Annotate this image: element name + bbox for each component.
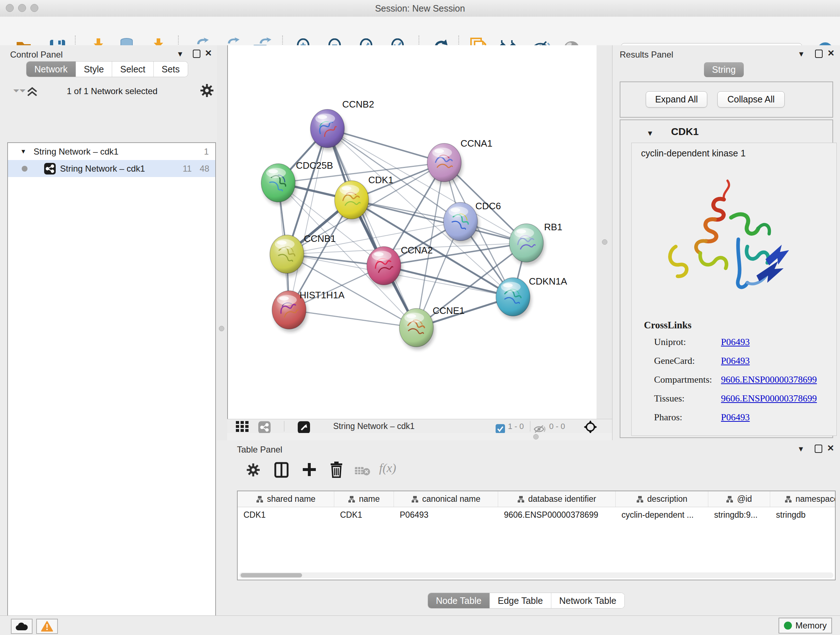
results-panel: Results Panel ▼ ✕ String Expand All Coll… <box>612 45 840 440</box>
crosslink-row: Uniprot:P06493 <box>654 337 750 348</box>
network-node[interactable] <box>261 164 297 205</box>
expand-all-button[interactable]: Expand All <box>646 91 707 108</box>
network-view-canvas[interactable]: CCNB2CCNA1CDC25BCDK1CDC6RB1CCNB1CCNA2CDK… <box>227 45 597 419</box>
show-columns-icon[interactable] <box>274 462 289 478</box>
delete-column-trash-icon[interactable] <box>329 461 344 478</box>
node-table[interactable]: shared namenamecanonical namedatabase id… <box>237 491 836 580</box>
gene-expander-icon[interactable]: ▼ <box>646 128 654 138</box>
table-panel: Table Panel ▼ ✕ <box>227 440 840 616</box>
network-edge[interactable] <box>289 128 327 310</box>
collection-label: String Network – cdk1 <box>34 147 118 157</box>
network-node[interactable] <box>427 143 463 185</box>
crosslink-value-link[interactable]: P06493 <box>721 356 750 366</box>
collapse-all-networks-icon[interactable] <box>26 86 38 97</box>
cloud-status-button[interactable] <box>11 619 33 634</box>
collection-expander-icon[interactable]: ▼ <box>20 148 27 155</box>
memory-label: Memory <box>796 621 827 631</box>
hidden-counts: 0 - 0 <box>549 419 565 433</box>
panel-menu-icon[interactable]: ▼ <box>177 49 184 59</box>
tab-string[interactable]: String <box>704 62 744 77</box>
network-node[interactable] <box>310 109 346 150</box>
network-share-view-icon[interactable] <box>258 420 271 434</box>
float-panel-icon[interactable] <box>193 50 201 58</box>
splitter-handle[interactable] <box>219 326 224 331</box>
network-label: String Network – cdk1 <box>60 164 145 174</box>
node-label: CCNA2 <box>401 245 433 256</box>
crosslink-value-link[interactable]: P06493 <box>721 412 750 423</box>
tab-network[interactable]: Network <box>27 62 76 77</box>
crosslink-value-link[interactable]: P06493 <box>721 337 750 347</box>
tab-node-table[interactable]: Node Table <box>428 593 490 608</box>
tab-sets[interactable]: Sets <box>154 62 188 77</box>
network-node[interactable] <box>509 224 545 265</box>
column-header-description[interactable]: description <box>616 491 708 507</box>
close-panel-icon[interactable]: ✕ <box>827 443 834 453</box>
create-column-plus-icon[interactable] <box>302 462 317 477</box>
table-cell: stringdb:9... <box>708 510 770 520</box>
gene-section-box: ▼ CDK1 cyclin-dependent kinase 1 <box>620 119 833 438</box>
table-row[interactable]: CDK1CDK1P064939606.ENSP00000378699cyclin… <box>238 507 835 523</box>
function-builder-icon-disabled: f(x) <box>379 461 396 475</box>
column-header-label: shared name <box>267 494 316 504</box>
birds-eye-view-icon[interactable] <box>298 420 310 434</box>
network-node[interactable] <box>496 278 531 319</box>
tab-network-table[interactable]: Network Table <box>551 593 624 608</box>
table-header-row: shared namenamecanonical namedatabase id… <box>238 491 835 507</box>
horizontal-scrollbar[interactable] <box>239 572 834 578</box>
network-row-selected[interactable]: String Network – cdk1 11 48 <box>8 160 215 177</box>
column-header--id[interactable]: @id <box>708 491 770 507</box>
scrollbar-thumb[interactable] <box>240 573 302 578</box>
network-edge[interactable] <box>384 266 513 297</box>
float-panel-icon[interactable] <box>815 50 823 58</box>
crosslink-label: GeneCard: <box>654 356 721 366</box>
panel-menu-icon[interactable]: ▼ <box>797 444 805 454</box>
column-header-label: database identifier <box>528 494 596 504</box>
network-node[interactable] <box>270 235 305 276</box>
warnings-button[interactable] <box>36 619 58 634</box>
crosslink-value-link[interactable]: 9606.ENSP00000378699 <box>721 374 817 385</box>
panel-splitter-right[interactable] <box>597 45 612 440</box>
collapse-all-button[interactable]: Collapse All <box>717 91 785 108</box>
splitter-handle[interactable] <box>533 434 538 440</box>
panel-menu-icon[interactable]: ▼ <box>798 49 805 59</box>
network-collection-row[interactable]: ▼ String Network – cdk1 1 <box>8 143 215 160</box>
cloud-icon <box>15 622 28 631</box>
fit-selected-crosshair-icon[interactable] <box>584 420 597 434</box>
title-bar: Session: New Session <box>0 0 840 17</box>
tab-select[interactable]: Select <box>112 62 153 77</box>
tab-edge-table[interactable]: Edge Table <box>490 593 551 608</box>
status-bar: Memory <box>0 616 840 635</box>
warning-triangle-icon <box>41 621 53 632</box>
column-header-shared-name[interactable]: shared name <box>238 491 334 507</box>
close-panel-icon[interactable]: ✕ <box>205 48 212 58</box>
table-cell: CDK1 <box>334 510 394 520</box>
memory-status-dot-icon <box>784 622 792 630</box>
column-header-name[interactable]: name <box>334 491 394 507</box>
grid-view-icon[interactable] <box>235 419 254 433</box>
splitter-handle[interactable] <box>602 239 607 245</box>
column-header-canonical-name[interactable]: canonical name <box>394 491 498 507</box>
column-header-database-identifier[interactable]: database identifier <box>498 491 616 507</box>
node-label: CDK1 <box>368 174 393 185</box>
tab-style[interactable]: Style <box>76 62 112 77</box>
crosslink-value-link[interactable]: 9606.ENSP00000378699 <box>721 393 817 404</box>
network-list: ▼ String Network – cdk1 1 String Network… <box>7 142 216 635</box>
network-node[interactable] <box>399 309 435 350</box>
network-options-gear-icon[interactable] <box>200 84 214 97</box>
close-panel-icon[interactable]: ✕ <box>827 48 835 58</box>
column-header-label: name <box>359 494 380 504</box>
gene-details: cyclin-dependent kinase 1 <box>631 143 837 436</box>
node-label: RB1 <box>544 222 562 233</box>
network-node[interactable] <box>444 203 479 244</box>
collection-count: 1 <box>204 147 209 157</box>
expand-all-networks-icon[interactable]: ⏷⏷ <box>13 86 26 96</box>
float-panel-icon[interactable] <box>815 445 822 453</box>
table-options-gear-icon[interactable] <box>246 463 261 477</box>
panel-splitter-left[interactable] <box>217 45 228 440</box>
column-header-namespace[interactable]: namespace <box>770 491 836 507</box>
node-label: HIST1H1A <box>300 290 345 301</box>
memory-status-button[interactable]: Memory <box>778 618 832 633</box>
network-node[interactable] <box>335 181 370 222</box>
network-edge[interactable] <box>289 310 416 328</box>
column-tree-icon <box>517 496 524 503</box>
